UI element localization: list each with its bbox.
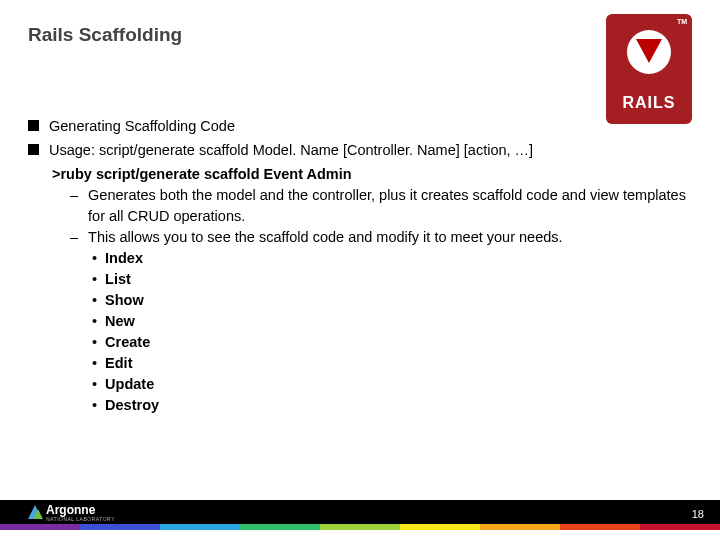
bullet-text: Generating Scaffolding Code bbox=[49, 116, 235, 137]
op-item: • List bbox=[92, 269, 692, 290]
argonne-triangle-icon bbox=[28, 505, 42, 519]
op-item: • Destroy bbox=[92, 395, 692, 416]
slide: Rails Scaffolding TM RAILS Generating Sc… bbox=[0, 0, 720, 540]
slide-body: Generating Scaffolding Code Usage: scrip… bbox=[28, 116, 692, 416]
bullet-item: Generating Scaffolding Code bbox=[28, 116, 692, 137]
dot-icon: • bbox=[92, 332, 97, 353]
rails-logo-text: RAILS bbox=[606, 94, 692, 112]
sub-bullet: – This allows you to see the scaffold co… bbox=[70, 227, 692, 248]
op-item: • Show bbox=[92, 290, 692, 311]
op-label: Edit bbox=[105, 353, 132, 374]
dot-icon: • bbox=[92, 353, 97, 374]
dot-icon: • bbox=[92, 290, 97, 311]
op-item: • Index bbox=[92, 248, 692, 269]
page-number: 18 bbox=[692, 508, 704, 520]
rainbow-bar bbox=[0, 524, 720, 530]
op-item: • Edit bbox=[92, 353, 692, 374]
dot-icon: • bbox=[92, 269, 97, 290]
sub-bullet: – Generates both the model and the contr… bbox=[70, 185, 692, 227]
dash-icon: – bbox=[70, 185, 78, 206]
dot-icon: • bbox=[92, 395, 97, 416]
dot-icon: • bbox=[92, 248, 97, 269]
rails-logo: TM RAILS bbox=[606, 14, 692, 124]
footer: Argonne NATIONAL LABORATORY 18 bbox=[0, 500, 720, 540]
argonne-text-wrap: Argonne NATIONAL LABORATORY bbox=[46, 503, 115, 522]
tm-mark: TM bbox=[677, 18, 687, 25]
square-bullet-icon bbox=[28, 144, 39, 155]
dot-icon: • bbox=[92, 374, 97, 395]
op-label: Create bbox=[105, 332, 150, 353]
square-bullet-icon bbox=[28, 120, 39, 131]
dot-icon: • bbox=[92, 311, 97, 332]
dash-icon: – bbox=[70, 227, 78, 248]
op-label: New bbox=[105, 311, 135, 332]
sub-bullet-text: This allows you to see the scaffold code… bbox=[88, 227, 562, 248]
command-line: >ruby script/generate scaffold Event Adm… bbox=[52, 164, 692, 185]
op-label: Show bbox=[105, 290, 144, 311]
argonne-logo: Argonne NATIONAL LABORATORY bbox=[28, 503, 115, 522]
op-label: List bbox=[105, 269, 131, 290]
footer-band: Argonne NATIONAL LABORATORY bbox=[0, 500, 720, 524]
footer-sub: NATIONAL LABORATORY bbox=[46, 516, 115, 522]
bullet-text: Usage: script/generate scaffold Model. N… bbox=[49, 140, 533, 161]
ruby-gem-icon bbox=[627, 30, 671, 74]
sub-bullet-text: Generates both the model and the control… bbox=[88, 185, 692, 227]
op-label: Destroy bbox=[105, 395, 159, 416]
op-item: • Update bbox=[92, 374, 692, 395]
op-label: Index bbox=[105, 248, 143, 269]
op-label: Update bbox=[105, 374, 154, 395]
footer-brand: Argonne bbox=[46, 503, 115, 517]
bullet-item: Usage: script/generate scaffold Model. N… bbox=[28, 140, 692, 161]
op-item: • New bbox=[92, 311, 692, 332]
slide-title: Rails Scaffolding bbox=[28, 24, 182, 46]
op-item: • Create bbox=[92, 332, 692, 353]
